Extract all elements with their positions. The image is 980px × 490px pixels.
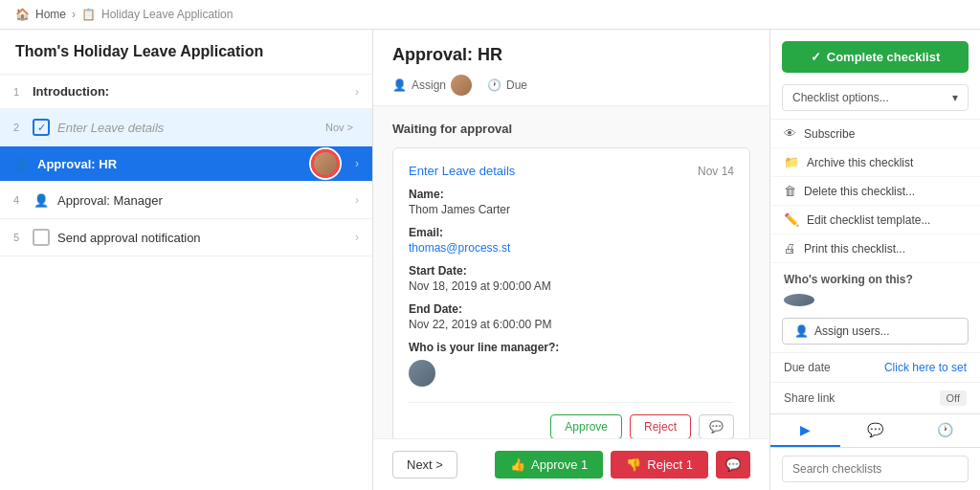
approve-main-label: Approve 1 <box>531 457 588 472</box>
sidebar-title: Thom's Holiday Leave Application <box>0 30 372 75</box>
breadcrumb-sep: › <box>72 8 76 21</box>
main-content: Approval: HR 👤 Assign 🕐 Due Waiting for … <box>373 30 769 490</box>
delete-label: Delete this checklist... <box>804 185 915 198</box>
step-2-check: ✓ <box>33 119 50 136</box>
breadcrumb-icon: 📋 <box>81 8 96 21</box>
menu-edit-template[interactable]: ✏️ Edit checklist template... <box>770 206 980 234</box>
step-5-check <box>33 229 50 246</box>
content-body: Waiting for approval Enter Leave details… <box>373 106 769 438</box>
sidebar: Thom's Holiday Leave Application 1 Intro… <box>0 30 373 490</box>
step-3-arrow: › <box>355 157 359 170</box>
chevron-down-icon: ▾ <box>952 91 958 104</box>
breadcrumb: 🏠 Home › 📋 Holiday Leave Application <box>0 0 980 30</box>
breadcrumb-home[interactable]: Home <box>35 8 66 21</box>
step-3-avatar <box>311 149 340 178</box>
subscribe-label: Subscribe <box>804 127 855 141</box>
step-2-num: 2 <box>13 122 33 133</box>
content-header: Approval: HR 👤 Assign 🕐 Due <box>373 30 769 106</box>
step-2-label: Enter Leave details <box>57 121 325 135</box>
tab-comments[interactable]: 💬 <box>840 414 910 447</box>
step-1-arrow: › <box>355 85 359 99</box>
step-list: 1 Introduction: › 2 ✓ Enter Leave detail… <box>0 75 372 490</box>
approve-button[interactable]: Approve <box>550 414 622 438</box>
trash-icon: 🗑 <box>784 184 796 198</box>
content-title: Approval: HR <box>392 45 750 65</box>
field-start-label: Start Date: <box>409 264 734 278</box>
archive-icon: 📁 <box>784 155 799 169</box>
field-name: Name: Thom James Carter <box>409 188 734 216</box>
task-date: Nov 14 <box>698 165 734 178</box>
task-link[interactable]: Enter Leave details <box>409 164 515 178</box>
comment-button[interactable]: 💬 <box>699 414 734 438</box>
breadcrumb-app: Holiday Leave Application <box>101 8 233 21</box>
assign-users-button[interactable]: 👤 Assign users... <box>782 318 969 345</box>
field-start-value: Nov 18, 2019 at 9:00:00 AM <box>409 279 734 293</box>
step-4-num: 4 <box>13 194 33 206</box>
clock-icon: 🕐 <box>487 78 501 92</box>
working-section-title: Who's working on this? <box>770 263 980 290</box>
assign-btn-label: Assign users... <box>814 324 890 338</box>
step-3-label: Approval: HR <box>37 157 355 171</box>
field-name-value: Thom James Carter <box>409 203 734 216</box>
menu-print[interactable]: 🖨 Print this checklist... <box>770 234 980 263</box>
due-label: Due <box>506 78 527 92</box>
menu-delete[interactable]: 🗑 Delete this checklist... <box>770 177 980 206</box>
panel-tabs: ▶ 💬 🕐 <box>770 413 980 448</box>
print-icon: 🖨 <box>784 241 796 256</box>
step-4[interactable]: 4 👤 Approval: Manager › <box>0 182 372 219</box>
menu-subscribe[interactable]: 👁 Subscribe <box>770 120 980 148</box>
checklist-options-label: Checklist options... <box>792 91 889 104</box>
step-3-icon: 👤 <box>13 156 30 171</box>
field-name-label: Name: <box>409 188 734 201</box>
tab-activity[interactable]: ▶ <box>770 414 840 447</box>
share-value: Off <box>940 390 967 406</box>
reject-main-button[interactable]: 👎 Reject 1 <box>611 451 708 479</box>
click-here-link[interactable]: Click here to set <box>884 361 967 374</box>
reject-main-label: Reject 1 <box>647 457 693 472</box>
user-icon: 👤 <box>392 78 407 92</box>
approve-main-button[interactable]: 👍 Approve 1 <box>495 451 603 479</box>
step-5-arrow: › <box>355 231 359 244</box>
field-start: Start Date: Nov 18, 2019 at 9:00:00 AM <box>409 264 734 293</box>
field-end-label: End Date: <box>409 302 734 316</box>
field-email-value: thomas@process.st <box>409 241 734 255</box>
step-5-num: 5 <box>13 232 33 243</box>
complete-checklist-button[interactable]: ✓ Complete checklist <box>782 41 969 73</box>
approve-main-icon: 👍 <box>510 457 525 472</box>
step-1[interactable]: 1 Introduction: › <box>0 75 372 109</box>
step-3[interactable]: 👤 Approval: HR › <box>0 146 372 182</box>
share-label: Share link <box>784 391 835 405</box>
worker-avatar <box>784 294 814 306</box>
field-manager-label: Who is your line manager?: <box>409 341 734 354</box>
task-actions: Approve Reject 💬 <box>409 402 734 438</box>
field-end-value: Nov 22, 2019 at 6:00:00 PM <box>409 318 734 331</box>
due-date-row: Due date Click here to set <box>770 352 980 382</box>
next-button[interactable]: Next > <box>392 451 457 479</box>
reject-main-icon: 👎 <box>626 457 641 472</box>
due-date-label: Due date <box>784 361 831 374</box>
manager-avatar <box>409 360 435 387</box>
step-2[interactable]: 2 ✓ Enter Leave details Nov > <box>0 109 372 146</box>
field-end: End Date: Nov 22, 2019 at 6:00:00 PM <box>409 302 734 331</box>
complete-label: Complete checklist <box>827 50 941 64</box>
step-4-icon: 👤 <box>33 191 50 209</box>
menu-archive[interactable]: 📁 Archive this checklist <box>770 148 980 177</box>
assign-meta: 👤 Assign <box>392 75 472 96</box>
field-manager: Who is your line manager?: <box>409 341 734 387</box>
step-4-label: Approval: Manager <box>57 193 355 208</box>
content-meta: 👤 Assign 🕐 Due <box>392 75 750 96</box>
share-link-row: Share link Off <box>770 382 980 413</box>
step-2-date: Nov > <box>325 122 353 133</box>
tab-history[interactable]: 🕐 <box>910 414 980 447</box>
step-5[interactable]: 5 Send approval notification › <box>0 219 372 256</box>
field-email-label: Email: <box>409 226 734 239</box>
archive-label: Archive this checklist <box>807 156 913 169</box>
footer-actions: 👍 Approve 1 👎 Reject 1 💬 <box>495 451 750 479</box>
reject-button[interactable]: Reject <box>630 414 691 438</box>
search-checklists-input[interactable] <box>782 456 969 482</box>
right-panel: ✓ Complete checklist Checklist options..… <box>769 30 980 490</box>
assignee-avatar <box>451 75 472 96</box>
check-icon: ✓ <box>811 50 821 64</box>
checklist-options-dropdown[interactable]: Checklist options... ▾ <box>782 84 969 111</box>
comment-main-button[interactable]: 💬 <box>716 451 750 479</box>
